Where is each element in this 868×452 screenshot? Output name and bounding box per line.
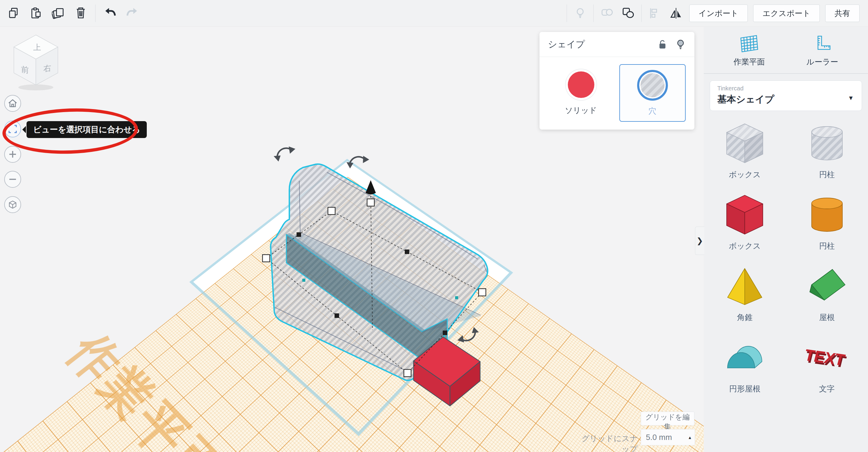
home-icon <box>7 98 18 108</box>
zoom-out-button[interactable] <box>4 171 21 188</box>
shape-tile-roof[interactable]: 屋根 <box>804 264 849 323</box>
export-button[interactable]: エクスポート <box>753 4 820 22</box>
share-button[interactable]: 共有 <box>825 4 860 22</box>
solid-option[interactable]: ソリッド <box>549 64 614 121</box>
library-brand: Tinkercad <box>717 85 855 92</box>
shape-tile-text[interactable]: TEXT TEXT 文字 <box>804 335 849 394</box>
tinkercad-app: 作業平面 <box>0 0 868 452</box>
cylinder-solid-icon <box>804 193 849 238</box>
workplane-tool-label: 作業平面 <box>734 57 765 67</box>
library-name: 基本シェイプ <box>717 93 855 106</box>
shape-label: 円柱 <box>819 241 835 251</box>
fit-view-button[interactable] <box>4 121 21 137</box>
sidebar-collapse-tab[interactable]: ❯ <box>695 227 704 255</box>
ungroup-button[interactable] <box>620 5 636 21</box>
shape-tile-round-roof[interactable]: 円形屋根 <box>722 335 767 394</box>
home-view-button[interactable] <box>4 95 21 112</box>
shape-tile-cylinder-hole[interactable]: 円柱 <box>804 121 849 180</box>
shape-label: 角錐 <box>737 312 752 323</box>
undo-button[interactable] <box>102 5 118 21</box>
workplane-tool-icon <box>738 34 761 54</box>
topbar: インポート エクスポート 共有 <box>0 0 868 27</box>
shape-gallery: ボックス 円柱 ボックス <box>704 111 868 394</box>
lock-open-icon[interactable] <box>657 39 668 50</box>
box-hole-icon <box>722 121 767 166</box>
ruler-tool[interactable]: ルーラー <box>807 34 838 67</box>
shape-tile-box-hole[interactable]: ボックス <box>722 121 767 180</box>
shape-label: 円形屋根 <box>729 384 761 394</box>
shape-library-dropdown[interactable]: Tinkercad 基本シェイプ ▼ <box>710 80 862 111</box>
rotate-handle-icon[interactable] <box>274 147 296 162</box>
group-icon <box>600 7 614 20</box>
ruler-tool-icon <box>811 34 834 54</box>
text-shape-icon: TEXT TEXT <box>804 335 849 381</box>
box-solid-icon <box>722 193 767 238</box>
lightbulb-icon[interactable] <box>675 39 686 50</box>
snap-grid-dropdown[interactable]: 5.0 mm ▴ <box>641 429 695 445</box>
toolbar-divider <box>641 4 642 22</box>
rotate-handle-icon[interactable] <box>457 327 479 343</box>
fit-view-icon <box>7 124 18 134</box>
paste-icon <box>30 7 43 20</box>
redo-button[interactable] <box>124 5 140 21</box>
shape-panel-title: シェイプ <box>548 38 585 51</box>
view-cube-top-label[interactable]: 上 <box>33 43 41 52</box>
minus-icon <box>7 174 18 185</box>
hole-label: 穴 <box>649 106 656 116</box>
duplicate-icon <box>52 7 65 20</box>
shape-label: ボックス <box>729 241 761 251</box>
roof-icon <box>804 264 849 309</box>
solid-label: ソリッド <box>565 105 597 116</box>
shape-label: 円柱 <box>819 169 835 180</box>
view-cube-front-label[interactable]: 前 <box>21 65 29 75</box>
hole-option[interactable]: 穴 <box>619 64 686 122</box>
perspective-icon <box>7 199 18 210</box>
snap-to-grid-label: グリッドにスナップ <box>576 433 638 452</box>
chevron-up-icon: ▴ <box>689 434 695 440</box>
chevron-down-icon: ▼ <box>848 95 854 102</box>
undo-icon <box>103 7 117 20</box>
paste-button[interactable] <box>28 5 44 21</box>
toolbar-divider <box>95 4 96 22</box>
shapes-sidebar: 作業平面 ルーラー Tinkercad 基本シェイプ ▼ <box>704 27 868 452</box>
ungroup-icon <box>621 7 635 20</box>
shape-label: ボックス <box>729 169 761 180</box>
ruler-tool-label: ルーラー <box>807 57 838 67</box>
copy-button[interactable] <box>6 5 22 21</box>
view-cube-right-label[interactable]: 右 <box>43 63 51 73</box>
workplane-tool[interactable]: 作業平面 <box>734 34 765 67</box>
cylinder-hole-icon <box>804 121 849 166</box>
show-all-button[interactable] <box>572 5 588 21</box>
group-button[interactable] <box>599 5 615 21</box>
hole-swatch <box>637 70 668 101</box>
trash-icon <box>74 7 87 20</box>
perspective-toggle-button[interactable] <box>4 196 21 213</box>
import-button[interactable]: インポート <box>689 4 748 22</box>
raise-handle-cone[interactable] <box>366 180 376 194</box>
fit-view-tooltip: ビューを選択項目に合わせる <box>27 121 147 138</box>
delete-button[interactable] <box>73 5 89 21</box>
mirror-button[interactable] <box>668 5 684 21</box>
lightbulb-icon <box>574 7 587 20</box>
shape-tile-cylinder-solid[interactable]: 円柱 <box>804 193 849 251</box>
zoom-in-button[interactable] <box>4 146 21 163</box>
edit-grid-button[interactable]: グリッドを編集 <box>641 412 694 425</box>
align-icon <box>648 7 661 20</box>
pyramid-icon <box>722 264 767 309</box>
duplicate-button[interactable] <box>51 5 66 21</box>
rotate-handle-icon[interactable] <box>345 153 370 172</box>
shape-tile-box-solid[interactable]: ボックス <box>722 193 767 251</box>
round-roof-icon <box>722 335 767 381</box>
shape-tile-pyramid[interactable]: 角錐 <box>722 264 767 323</box>
plus-icon <box>7 149 18 159</box>
mirror-icon <box>670 7 683 20</box>
copy-icon <box>7 7 21 20</box>
align-button[interactable] <box>647 5 663 21</box>
shape-label: 文字 <box>819 384 835 394</box>
redo-icon <box>126 7 139 20</box>
snap-grid-value: 5.0 mm <box>641 433 672 442</box>
shape-label: 屋根 <box>819 312 835 323</box>
solid-swatch <box>568 71 594 98</box>
shape-inspector-panel: シェイプ ソリッド 穴 <box>539 32 694 130</box>
view-cube[interactable]: 上 前 右 <box>7 31 64 93</box>
